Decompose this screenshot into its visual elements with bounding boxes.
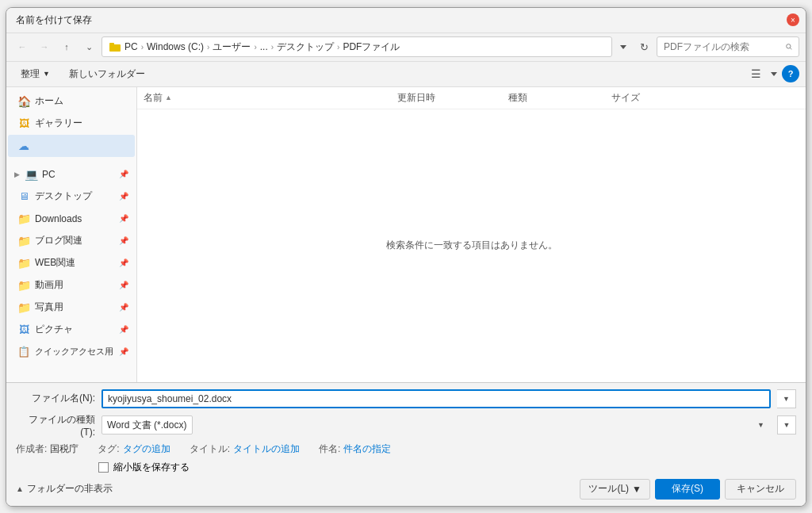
pin-icon-pictures: 📌 [119,325,128,334]
title-bar-controls: × [787,13,799,26]
sidebar-item-pictures[interactable]: 🖼 ピクチャ 📌 [8,319,135,341]
filename-row: ファイル名(N): ▼ [16,389,796,408]
file-column-header: 名前 ▲ 更新日時 種類 サイズ [137,87,806,109]
dropdown-arrow-icon[interactable] [618,41,629,52]
thumbnail-label: 縮小版を保存する [113,461,190,474]
sidebar-item-label-web: WEB関連 [35,256,75,270]
new-folder-button[interactable]: 新しいフォルダー [61,63,153,84]
title-label: タイトル: [190,442,230,456]
pin-icon-downloads: 📌 [119,214,128,223]
column-date[interactable]: 更新日時 [391,87,502,109]
filename-label: ファイル名(N): [16,392,95,405]
sidebar-item-movie[interactable]: 📁 動画用 📌 [8,274,135,297]
tools-label: ツール(L) [588,482,629,496]
cloud-icon: ☁ [17,140,30,152]
pin-icon-web: 📌 [119,258,128,267]
sidebar-item-label-blog: ブログ関連 [35,234,82,247]
filetype-label: ファイルの種類(T): [16,413,95,438]
column-name[interactable]: 名前 ▲ [137,87,391,109]
sidebar-item-home[interactable]: 🏠 ホーム [8,90,135,113]
downloads-folder-icon: 📁 [17,212,30,225]
sidebar-item-label-pc: PC [42,169,56,180]
path-pc[interactable]: PC [124,41,138,52]
recent-button[interactable]: ⌄ [79,37,98,56]
dialog-title: 名前を付けて保存 [16,13,92,27]
organize-button[interactable]: 整理 ▼ [13,63,58,84]
search-icon [786,42,792,52]
home-icon: 🏠 [17,95,30,108]
pin-icon-quickaccess: 📌 [119,347,128,356]
search-box[interactable] [657,36,799,57]
sidebar-item-web[interactable]: 📁 WEB関連 📌 [8,252,135,274]
back-button[interactable]: ← [13,37,32,56]
title-link[interactable]: タイトルの追加 [233,442,300,456]
path-username[interactable]: ... [260,41,268,52]
title-item: タイトル: タイトルの追加 [190,442,300,456]
tags-link[interactable]: タグの追加 [123,442,170,456]
address-path[interactable]: PC › Windows (C:) › ユーザー › ... › デスクトップ … [102,36,612,57]
path-desktop[interactable]: デスクトップ [277,40,334,54]
quickaccess-icon: 📋 [17,346,30,358]
action-buttons: ツール(L) ▼ 保存(S) キャンセル [580,479,796,500]
sidebar-item-label-desktop: デスクトップ [35,190,92,203]
author-label: 作成者: [16,442,47,456]
sidebar-item-blog[interactable]: 📁 ブログ関連 📌 [8,230,135,252]
close-button[interactable]: × [787,13,799,26]
tools-dropdown-icon: ▼ [632,484,642,495]
sidebar-item-pc[interactable]: ▶ 💻 PC 📌 [8,163,135,186]
save-dialog: 名前を付けて保存 × ← → ↑ ⌄ PC › Windows (C:) › ユ… [6,7,806,507]
subject-link[interactable]: 件名の指定 [343,442,391,456]
search-input[interactable] [664,41,783,52]
folder-toggle-button[interactable]: ▲ フォルダーの非表示 [16,482,113,496]
pin-icon-pc: 📌 [119,170,128,178]
tags-label: タグ: [98,442,119,456]
folder-toggle-arrow-icon: ▲ [16,484,24,493]
view-menu-button[interactable]: ☰ [745,63,766,84]
sidebar-item-cloud[interactable]: ☁ [8,135,135,157]
svg-line-4 [790,48,791,49]
footer-bar: ▲ フォルダーの非表示 ツール(L) ▼ 保存(S) キャンセル [16,479,796,500]
address-bar: ← → ↑ ⌄ PC › Windows (C:) › ユーザー › ... ›… [6,33,806,62]
cancel-button[interactable]: キャンセル [725,479,796,500]
sidebar-item-quickaccess[interactable]: 📋 クイックアクセス用 📌 [8,341,135,363]
refresh-button[interactable]: ↻ [634,37,653,56]
filename-input[interactable] [102,389,771,408]
movie-folder-icon: 📁 [17,279,30,292]
meta-row: 作成者: 国税庁 タグ: タグの追加 タイトル: タイトルの追加 件名: 件名の… [16,442,796,456]
path-c[interactable]: Windows (C:) [147,41,204,52]
pin-icon-desktop: 📌 [119,192,128,201]
forward-button[interactable]: → [35,37,54,56]
title-bar: 名前を付けて保存 × [6,8,806,33]
filetype-select[interactable]: Word 文書 (*.docx) [102,415,193,435]
pc-expand-icon: ▶ [14,170,20,178]
thumbnail-checkbox[interactable] [98,462,109,473]
up-button[interactable]: ↑ [57,37,76,56]
view-dropdown-icon[interactable] [769,69,779,78]
svg-rect-1 [109,43,114,45]
sidebar-item-label-quickaccess: クイックアクセス用 [35,346,113,358]
desktop-icon: 🖥 [17,190,30,203]
organize-arrow-icon: ▼ [43,70,50,78]
sidebar-item-gallery[interactable]: 🖼 ギャラリー [8,113,135,135]
sidebar-item-label-movie: 動画用 [35,278,63,292]
sidebar-item-photo[interactable]: 📁 写真用 📌 [8,297,135,319]
sidebar-item-label-photo: 写真用 [35,301,63,314]
help-button[interactable]: ? [782,65,799,82]
filename-dropdown-button[interactable]: ▼ [777,389,796,408]
column-type[interactable]: 種類 [502,87,605,109]
sidebar-item-desktop[interactable]: 🖥 デスクトップ 📌 [8,186,135,208]
path-folder-icon [109,40,121,53]
pc-icon: 💻 [25,168,37,181]
filetype-dropdown-button[interactable]: ▼ [777,415,796,435]
bottom-area: ファイル名(N): ▼ ファイルの種類(T): Word 文書 (*.docx)… [6,382,806,506]
sidebar-item-downloads[interactable]: 📁 Downloads 📌 [8,208,135,230]
column-size[interactable]: サイズ [605,87,684,109]
author-item: 作成者: 国税庁 [16,442,79,456]
empty-message: 検索条件に一致する項目はありません。 [386,239,557,252]
svg-rect-0 [109,44,121,52]
filetype-row: ファイルの種類(T): Word 文書 (*.docx) ▼ [16,413,796,438]
path-pdffolder[interactable]: PDFファイル [343,40,400,54]
save-button[interactable]: 保存(S) [655,479,720,500]
tools-button[interactable]: ツール(L) ▼ [580,479,650,500]
path-user[interactable]: ユーザー [213,40,251,54]
